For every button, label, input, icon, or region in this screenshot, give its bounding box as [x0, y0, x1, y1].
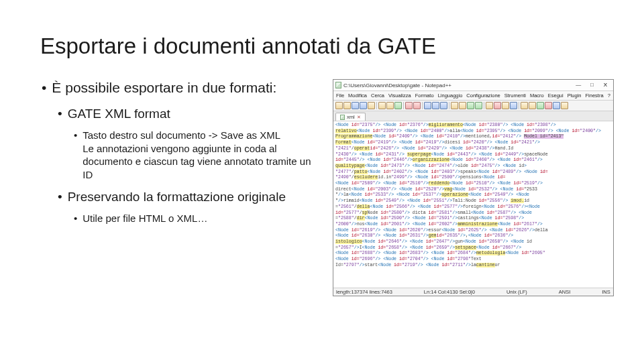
- tab-bar: xml ✕: [333, 111, 613, 121]
- code-line: "2430"/> <Node id="2431"/> superpage<Nod…: [335, 152, 611, 158]
- code-line: <Node id="2619"/> <Node id="2620"/>essor…: [335, 228, 611, 234]
- toolbar-icon[interactable]: [494, 102, 501, 109]
- bullet-text: Utile per file HTML o XML…: [83, 212, 322, 225]
- bullet-level3: • Utile per file HTML o XML…: [74, 212, 322, 225]
- menu-item[interactable]: Strumenti: [504, 93, 526, 99]
- menu-item[interactable]: Configurazione: [466, 93, 500, 99]
- toolbar-icon[interactable]: [510, 102, 517, 109]
- menu-item[interactable]: Linguaggio: [438, 93, 463, 99]
- code-line: <Node id="2630"/> <Node id="2631"/>gemid…: [335, 233, 611, 239]
- menu-item[interactable]: Esegui: [548, 93, 564, 99]
- toolbar-icon[interactable]: [360, 102, 367, 109]
- bullet-marker: •: [58, 106, 62, 122]
- bullet-marker: •: [42, 79, 46, 97]
- menu-item[interactable]: Cerca: [371, 93, 384, 99]
- code-line: direct<Node id="2003"/> <Node id="2520"/…: [335, 187, 611, 193]
- bullet-marker: •: [74, 129, 77, 181]
- bullet-text: Preservando la formattazione originale: [68, 189, 322, 205]
- code-line: "2421"/operatid="2426"/> <Node id="2429"…: [335, 146, 611, 152]
- code-line: <Node id="2688"/> <Node id="2683"/> <Nod…: [335, 251, 611, 257]
- bullet-text: GATE XML format: [68, 106, 322, 122]
- menu-item[interactable]: Macro: [530, 93, 544, 99]
- menu-item[interactable]: Plugin: [568, 93, 582, 99]
- tab-close-icon[interactable]: ✕: [357, 115, 361, 120]
- toolbar-icon[interactable]: [343, 102, 351, 109]
- menu-item[interactable]: Finestra: [586, 93, 604, 99]
- toolbar-icon[interactable]: [451, 102, 458, 109]
- bullet-level3: • Tasto destro sul documento -> Save as …: [74, 129, 322, 181]
- code-line: <Node id="2375"/> <Node id="2376"/>migli…: [335, 123, 611, 129]
- code-line: ="2588"/dir<Node id="2590"/> <Node id="2…: [335, 216, 611, 222]
- bullet-marker: •: [58, 189, 62, 205]
- toolbar[interactable]: [333, 101, 613, 111]
- toolbar-icon[interactable]: [424, 102, 431, 109]
- status-mode: INS: [602, 289, 610, 295]
- file-tab[interactable]: xml ✕: [335, 113, 366, 121]
- notepadpp-window: C:\Users\Giovanni\Desktop\gate - Notepad…: [333, 79, 614, 296]
- bullet-text: Tasto destro sul documento -> Save as XM…: [83, 129, 322, 181]
- code-line: <Node id="2696"/> <Node id="2704"/> <Nod…: [335, 257, 611, 263]
- toolbar-icon[interactable]: [529, 102, 536, 109]
- code-line: Format<Node id="2419"/> <Node id="2419"/…: [335, 140, 611, 146]
- code-line: "/>la<Node id="2533"/> <Node id="2537"/>…: [335, 192, 611, 198]
- toolbar-icon[interactable]: [475, 102, 482, 109]
- bullet-level2: • Preservando la formattazione originale: [58, 189, 322, 205]
- minimize-button[interactable]: —: [572, 81, 584, 89]
- status-position: Ln:14 Col:4130 Sel:0|0: [424, 289, 475, 295]
- toolbar-icon[interactable]: [561, 102, 568, 109]
- window-titlebar: C:\Users\Giovanni\Desktop\gate - Notepad…: [333, 80, 613, 91]
- bullet-level1: • È possibile esportare in due formati:: [42, 79, 322, 97]
- menu-item[interactable]: Formato: [415, 93, 434, 99]
- code-editor[interactable]: <Node id="2375"/> <Node id="2376"/>migli…: [333, 121, 613, 288]
- code-line: ="2657"/>I<Node id="2658"/> <Node id="26…: [335, 245, 611, 251]
- toolbar-icon[interactable]: [378, 102, 386, 109]
- code-line: "2490"/escludereid.in"2499"/> <Node id="…: [335, 175, 611, 181]
- bullet-text: È possibile esportare in due formati:: [52, 79, 322, 97]
- code-line: Programmazione<Node id="2409"/> <Node id…: [335, 134, 611, 140]
- tab-label: xml: [347, 114, 355, 120]
- toolbar-icon[interactable]: [467, 102, 474, 109]
- toolbar-icon[interactable]: [545, 102, 552, 109]
- toolbar-icon[interactable]: [386, 102, 394, 109]
- code-line: "/>rimaid<Node id="2549"/> <Node id="255…: [335, 198, 611, 204]
- code-line: istologico<Node id="2646"/> <Node id="26…: [335, 239, 611, 245]
- bullet-level2: • GATE XML format: [58, 106, 322, 122]
- menu-bar[interactable]: FileModificaCercaVisualizzaFormatoLingua…: [333, 91, 613, 101]
- menu-item[interactable]: Modifica: [348, 93, 367, 99]
- toolbar-icon[interactable]: [459, 102, 466, 109]
- slide-title: Esportare i documenti annotati da GATE: [40, 34, 604, 59]
- toolbar-icon[interactable]: [486, 102, 493, 109]
- code-line: "2600"/>nos<Node id="2601"/> <Node id="2…: [335, 222, 611, 228]
- toolbar-icon[interactable]: [502, 102, 509, 109]
- toolbar-icon[interactable]: [553, 102, 560, 109]
- toolbar-icon[interactable]: [413, 102, 421, 109]
- status-length: length:137374 lines:7463: [336, 289, 392, 295]
- menu-item[interactable]: Visualizza: [388, 93, 411, 99]
- maximize-button[interactable]: □: [586, 81, 598, 89]
- status-bar: length:137374 lines:7463 Ln:14 Col:4130 …: [333, 288, 613, 296]
- toolbar-icon[interactable]: [537, 102, 544, 109]
- code-line: "2477"/patto<Node id="2402"/> <Node id="…: [335, 170, 611, 176]
- toolbar-icon[interactable]: [394, 102, 402, 109]
- bullet-marker: •: [74, 212, 77, 225]
- toolbar-icon[interactable]: [405, 102, 413, 109]
- code-line: relativo<Node id="2399"/> <Node id="2400…: [335, 129, 611, 135]
- code-line: <Node id="2509"/> <Node id="2510"/>redde…: [335, 181, 611, 187]
- toolbar-icon[interactable]: [368, 102, 375, 109]
- toolbar-icon[interactable]: [335, 102, 343, 109]
- toolbar-icon[interactable]: [432, 102, 439, 109]
- menu-item[interactable]: ?: [608, 93, 610, 99]
- window-title: C:\Users\Giovanni\Desktop\gate - Notepad…: [343, 82, 451, 88]
- code-line: ="2561"/della<Node id="2566"/> <Node id=…: [335, 204, 611, 210]
- file-icon: [340, 115, 345, 120]
- toolbar-icon[interactable]: [440, 102, 447, 109]
- status-encoding: ANSI: [559, 289, 571, 295]
- close-button[interactable]: X: [599, 81, 611, 89]
- code-line: id="2445"/> <Node id="2446"/>organizzazi…: [335, 158, 611, 164]
- toolbar-icon[interactable]: [521, 102, 528, 109]
- code-line: Id="2797"/>start<Node id="2719"/> <Node …: [335, 263, 611, 269]
- code-line: id="2577"/spNode id="2580"/> dicta id="2…: [335, 210, 611, 217]
- toolbar-icon[interactable]: [352, 102, 359, 109]
- code-line: qualitypage<Node id="2473"/> <Node id="2…: [335, 164, 611, 170]
- menu-item[interactable]: File: [336, 93, 344, 99]
